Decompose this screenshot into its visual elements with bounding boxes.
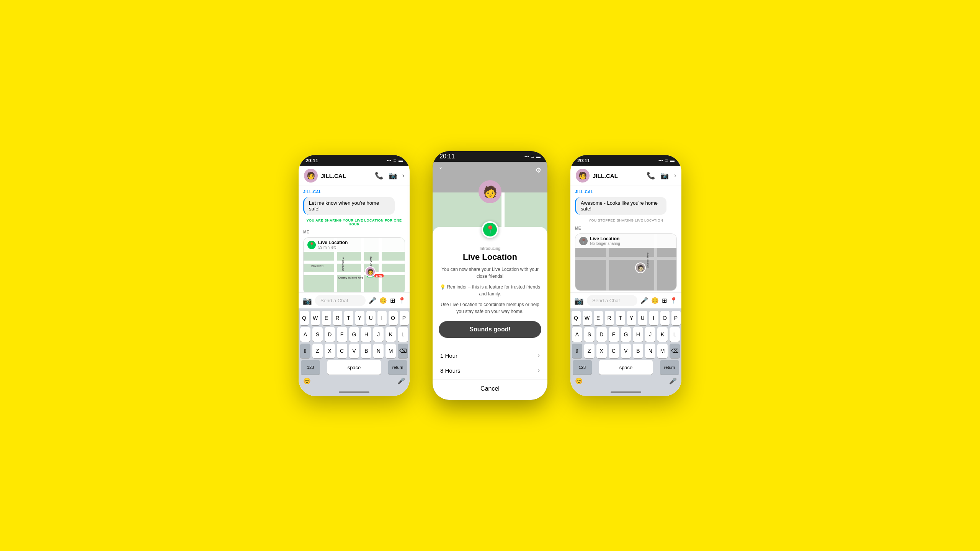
key-r-right[interactable]: R [605,311,614,325]
key-r-left[interactable]: R [333,311,342,325]
phone-call-icon-right[interactable]: 📞 [647,171,655,180]
map-card-left[interactable]: Shell Rd Avenue Z Ocean Ave Coney Island… [303,237,405,292]
key-y-left[interactable]: Y [355,311,364,325]
key-o-left[interactable]: O [389,311,398,325]
key-k-right[interactable]: K [657,327,668,342]
option-8-hours-row[interactable]: 8 Hours › [439,363,541,378]
media-icon-left[interactable]: ⊞ [390,297,395,304]
video-icon[interactable]: 📷 [389,171,397,180]
contact-name-left: JILL.CAL [321,173,372,179]
key-x-right[interactable]: X [596,344,607,358]
key-b-right[interactable]: B [633,344,643,358]
key-z-left[interactable]: Z [312,344,323,358]
chat-input-left[interactable]: Send a Chat [315,295,366,306]
return-key-right[interactable]: return [660,360,679,375]
key-l-right[interactable]: L [670,327,680,342]
key-t-right[interactable]: T [616,311,625,325]
key-i-left[interactable]: I [377,311,387,325]
key-o-right[interactable]: O [660,311,670,325]
key-k-left[interactable]: K [385,327,396,342]
wifi-icon: ⊃ [393,158,397,163]
key-a-right[interactable]: A [572,327,582,342]
key-j-left[interactable]: J [373,327,384,342]
key-j-right[interactable]: J [645,327,655,342]
key-y-right[interactable]: Y [627,311,636,325]
key-m-right[interactable]: M [657,344,668,358]
key-n-right[interactable]: N [645,344,655,358]
backspace-key-right[interactable]: ⌫ [670,344,680,358]
key-e-right[interactable]: E [594,311,603,325]
key-v-left[interactable]: V [349,344,359,358]
key-h-right[interactable]: H [633,327,643,342]
key-w-right[interactable]: W [583,311,592,325]
shift-key-right[interactable]: ⇧ [572,344,582,358]
option-1-hour-row[interactable]: 1 Hour › [439,348,541,363]
key-h-left[interactable]: H [361,327,371,342]
chat-input-right[interactable]: Send a Chat [587,295,637,306]
key-f-left[interactable]: F [337,327,347,342]
key-w-left[interactable]: W [311,311,320,325]
mic-icon-right[interactable]: 🎤 [640,297,648,304]
key-g-left[interactable]: G [349,327,359,342]
map-card-right[interactable]: Ocean Ave 🧑 📍 Live Location No longer sh… [575,233,677,291]
key-d-right[interactable]: D [596,327,607,342]
mic-key-right[interactable]: 🎤 [669,377,677,385]
return-key-left[interactable]: return [388,360,407,375]
location-icon-left[interactable]: 📍 [398,297,406,304]
key-123-right[interactable]: 123 [573,360,592,375]
key-c-left[interactable]: C [337,344,347,358]
video-icon-right[interactable]: 📷 [660,171,669,180]
key-z-right[interactable]: Z [584,344,595,358]
key-c-right[interactable]: C [609,344,619,358]
key-u-right[interactable]: U [638,311,647,325]
key-b-left[interactable]: B [361,344,371,358]
key-e-left[interactable]: E [322,311,331,325]
space-key-right[interactable]: space [599,360,653,375]
key-i-right[interactable]: I [649,311,658,325]
shift-key-left[interactable]: ⇧ [300,344,310,358]
key-123-left[interactable]: 123 [301,360,320,375]
backspace-key-left[interactable]: ⌫ [398,344,408,358]
key-x-left[interactable]: X [325,344,335,358]
phone-call-icon[interactable]: 📞 [375,171,383,180]
mic-key-left[interactable]: 🎤 [397,377,405,385]
key-q-left[interactable]: Q [300,311,309,325]
key-s-left[interactable]: S [312,327,323,342]
emoji-icon-left[interactable]: 😊 [379,297,387,304]
key-l-left[interactable]: L [398,327,408,342]
emoji-icon-right[interactable]: 😊 [651,297,659,304]
camera-input-icon-right[interactable]: 📷 [574,296,584,305]
back-chevron-icon[interactable]: ˅ [439,166,443,175]
key-n-left[interactable]: N [373,344,384,358]
space-key-left[interactable]: space [327,360,381,375]
chevron-right-icon[interactable]: › [402,172,404,179]
key-f-right[interactable]: F [609,327,619,342]
key-d-left[interactable]: D [325,327,335,342]
mic-icon-left[interactable]: 🎤 [369,297,376,304]
cancel-button[interactable]: Cancel [433,380,547,398]
modal-introducing-label: Introducing [439,246,541,251]
camera-input-icon-left[interactable]: 📷 [302,296,312,305]
key-v-right[interactable]: V [621,344,631,358]
chevron-right-icon-right[interactable]: › [674,172,676,179]
settings-gear-icon[interactable]: ⚙ [535,166,541,174]
key-u-left[interactable]: U [366,311,376,325]
map-label-avenue-z: Avenue Z [341,258,345,271]
emoji-key-left[interactable]: 😊 [303,377,311,385]
key-p-right[interactable]: P [671,311,681,325]
chat-header-left: 🧑 JILL.CAL 📞 📷 › [299,166,410,186]
phone-middle-status: ▪▪▪ ⊃ ▬ [524,154,541,159]
map-label-ocean-right: Ocean Ave [646,253,649,268]
sounds-good-button[interactable]: Sounds good! [439,321,541,338]
home-indicator-right [570,388,681,396]
key-g-right[interactable]: G [621,327,631,342]
key-p-left[interactable]: P [400,311,409,325]
key-s-right[interactable]: S [584,327,595,342]
media-icon-right[interactable]: ⊞ [662,297,667,304]
key-m-left[interactable]: M [385,344,396,358]
location-icon-right[interactable]: 📍 [670,297,678,304]
emoji-key-right[interactable]: 😊 [575,377,583,385]
key-t-left[interactable]: T [344,311,353,325]
key-q-right[interactable]: Q [572,311,581,325]
key-a-left[interactable]: A [300,327,310,342]
